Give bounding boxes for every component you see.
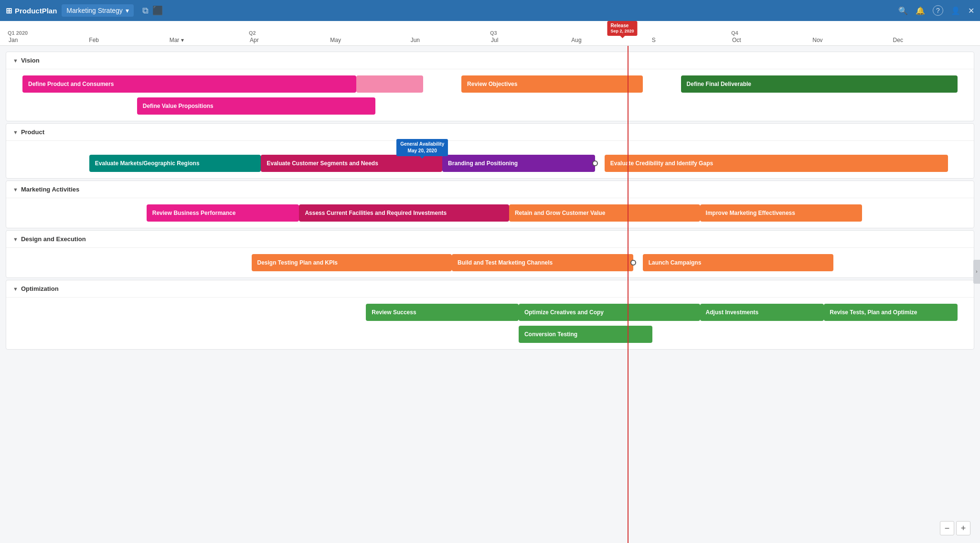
bar-define-product[interactable]: Define Product and Consumers bbox=[22, 75, 356, 93]
chevron-optimization-icon: ▼ bbox=[13, 286, 18, 292]
bar-retain-grow-label: Retain and Grow Customer Value bbox=[515, 210, 605, 216]
bar-adjust-investments-label: Adjust Investments bbox=[706, 309, 759, 316]
marketing-row-1: Review Business Performance Assess Curre… bbox=[13, 204, 967, 222]
user-icon[interactable]: 👤 bbox=[951, 6, 960, 15]
plan-title-label: Marketing Strategy bbox=[66, 7, 123, 14]
bar-evaluate-credibility-label: Evaluate Credibility and Identify Gaps bbox=[610, 160, 713, 167]
q3-label: Q3 bbox=[490, 30, 497, 36]
bar-review-success[interactable]: Review Success bbox=[366, 304, 519, 321]
optimization-row-2: Conversion Testing bbox=[13, 325, 967, 343]
milestone-build-test bbox=[630, 260, 636, 266]
chevron-product-icon: ▼ bbox=[13, 129, 18, 135]
timeline-header: Release Sep 2, 2020 Q1 2020 Jan Feb Mar … bbox=[0, 21, 980, 46]
plan-title-button[interactable]: Marketing Strategy ▾ bbox=[62, 4, 134, 17]
bar-define-final-label: Define Final Deliverable bbox=[687, 81, 751, 87]
lane-product-label: Product bbox=[21, 128, 44, 136]
copy-icon[interactable]: ⧉ bbox=[142, 6, 149, 16]
optimization-row-1: Review Success Optimize Creatives and Co… bbox=[13, 303, 967, 321]
app-container: ⊞ ProductPlan Marketing Strategy ▾ ⧉ ⬛ 🔍… bbox=[0, 0, 980, 543]
lane-design-header[interactable]: ▼ Design and Execution bbox=[6, 231, 974, 248]
bar-design-testing-label: Design Testing Plan and KPIs bbox=[257, 259, 338, 266]
q1-label: Q1 2020 bbox=[8, 30, 28, 36]
grid-icon: ⊞ bbox=[6, 6, 12, 15]
help-icon[interactable]: ? bbox=[933, 5, 943, 16]
bar-assess-facilities[interactable]: Assess Current Facilities and Required I… bbox=[299, 204, 509, 222]
lane-product-header[interactable]: ▼ Product bbox=[6, 124, 974, 141]
bar-evaluate-markets[interactable]: Evaluate Markets/Geographic Regions bbox=[89, 155, 261, 172]
bar-revise-tests-label: Revise Tests, Plan and Optimize bbox=[830, 309, 917, 316]
sidebar-toggle[interactable]: › bbox=[973, 260, 980, 284]
brand-logo: ⊞ ProductPlan bbox=[6, 6, 57, 15]
bar-retain-grow[interactable]: Retain and Grow Customer Value bbox=[509, 204, 700, 222]
milestone-branding bbox=[592, 160, 598, 166]
bar-define-final[interactable]: Define Final Deliverable bbox=[681, 75, 958, 93]
main-content: Release Sep 2, 2020 Q1 2020 Jan Feb Mar … bbox=[0, 21, 980, 543]
lane-optimization-label: Optimization bbox=[21, 285, 59, 292]
lane-marketing: ▼ Marketing Activities Review Business P… bbox=[6, 181, 974, 228]
save-icon[interactable]: ⬛ bbox=[152, 5, 163, 16]
sidebar-toggle-icon: › bbox=[976, 269, 977, 274]
search-icon[interactable]: 🔍 bbox=[898, 6, 908, 15]
lane-design-label: Design and Execution bbox=[21, 235, 86, 243]
lane-product-body: General Availability May 20, 2020 Evalua… bbox=[6, 141, 974, 178]
toolbar-icons: ⧉ ⬛ bbox=[142, 5, 163, 16]
bar-review-objectives[interactable]: Review Objectives bbox=[461, 75, 643, 93]
bar-review-business[interactable]: Review Business Performance bbox=[147, 204, 299, 222]
header-left: ⊞ ProductPlan Marketing Strategy ▾ ⧉ ⬛ bbox=[6, 4, 163, 17]
month-jan: Jan bbox=[8, 37, 88, 43]
notification-icon[interactable]: 🔔 bbox=[916, 6, 925, 15]
release-label: Release bbox=[610, 22, 634, 29]
timeline-months: Q1 2020 Jan Feb Mar ▾ Q2 Apr May Jun Q3 … bbox=[8, 28, 972, 45]
bar-evaluate-credibility[interactable]: Evaluate Credibility and Identify Gaps bbox=[605, 155, 948, 172]
lane-design-body: Design Testing Plan and KPIs Build and T… bbox=[6, 248, 974, 277]
month-jun: Jun bbox=[410, 37, 490, 43]
bar-conversion-testing-label: Conversion Testing bbox=[524, 331, 577, 338]
bar-optimize-creatives-label: Optimize Creatives and Copy bbox=[524, 309, 604, 316]
month-mar: Mar ▾ bbox=[169, 37, 249, 43]
lane-marketing-label: Marketing Activities bbox=[21, 186, 79, 193]
app-header: ⊞ ProductPlan Marketing Strategy ▾ ⧉ ⬛ 🔍… bbox=[0, 0, 980, 21]
bar-conversion-testing[interactable]: Conversion Testing bbox=[519, 326, 652, 343]
release-date: Sep 2, 2020 bbox=[610, 29, 634, 34]
bar-branding[interactable]: Branding and Positioning bbox=[442, 155, 595, 172]
zoom-controls: − + bbox=[940, 521, 970, 535]
lane-vision-header[interactable]: ▼ Vision bbox=[6, 52, 974, 69]
q4-label: Q4 bbox=[731, 30, 738, 36]
vision-row-2: Define Value Propositions bbox=[13, 97, 967, 115]
chevron-marketing-icon: ▼ bbox=[13, 187, 18, 192]
month-apr: Apr bbox=[249, 37, 329, 43]
design-row-1: Design Testing Plan and KPIs Build and T… bbox=[13, 254, 967, 272]
lane-marketing-header[interactable]: ▼ Marketing Activities bbox=[6, 181, 974, 198]
bar-define-value[interactable]: Define Value Propositions bbox=[137, 97, 376, 115]
bar-adjust-investments[interactable]: Adjust Investments bbox=[700, 304, 824, 321]
lane-product: ▼ Product General Availability May 20, 2… bbox=[6, 123, 974, 179]
bar-evaluate-customers[interactable]: Evaluate Customer Segments and Needs bbox=[261, 155, 442, 172]
lane-optimization-header[interactable]: ▼ Optimization bbox=[6, 280, 974, 298]
bar-design-testing[interactable]: Design Testing Plan and KPIs bbox=[252, 254, 452, 271]
bar-define-product-ext[interactable] bbox=[356, 75, 423, 93]
month-dec: Dec bbox=[892, 37, 972, 43]
gantt-content: ▼ Vision Define Product and Consumers Re… bbox=[0, 46, 980, 543]
zoom-out-button[interactable]: − bbox=[940, 521, 954, 535]
bar-improve-marketing-label: Improve Marketing Effectiveness bbox=[706, 210, 795, 216]
close-icon[interactable]: ✕ bbox=[968, 6, 974, 15]
bar-launch-campaigns[interactable]: Launch Campaigns bbox=[643, 254, 834, 271]
lane-vision-body: Define Product and Consumers Review Obje… bbox=[6, 69, 974, 121]
bar-revise-tests[interactable]: Revise Tests, Plan and Optimize bbox=[824, 304, 958, 321]
month-nov: Nov bbox=[811, 37, 892, 43]
month-may: May bbox=[329, 37, 409, 43]
zoom-in-button[interactable]: + bbox=[956, 521, 970, 535]
bar-build-test-label: Build and Test Marketing Channels bbox=[458, 259, 553, 266]
bar-define-product-label: Define Product and Consumers bbox=[28, 81, 114, 87]
bar-build-test[interactable]: Build and Test Marketing Channels bbox=[452, 254, 633, 271]
month-oct: Oct bbox=[731, 37, 811, 43]
bar-improve-marketing[interactable]: Improve Marketing Effectiveness bbox=[700, 204, 863, 222]
bar-launch-campaigns-label: Launch Campaigns bbox=[649, 259, 702, 266]
month-sep: S bbox=[651, 37, 731, 43]
bar-review-success-label: Review Success bbox=[372, 309, 416, 316]
bar-optimize-creatives[interactable]: Optimize Creatives and Copy bbox=[519, 304, 700, 321]
bar-define-value-label: Define Value Propositions bbox=[143, 103, 213, 109]
month-jul: Jul bbox=[490, 37, 570, 43]
lane-vision: ▼ Vision Define Product and Consumers Re… bbox=[6, 52, 974, 121]
bar-review-objectives-label: Review Objectives bbox=[467, 81, 517, 87]
